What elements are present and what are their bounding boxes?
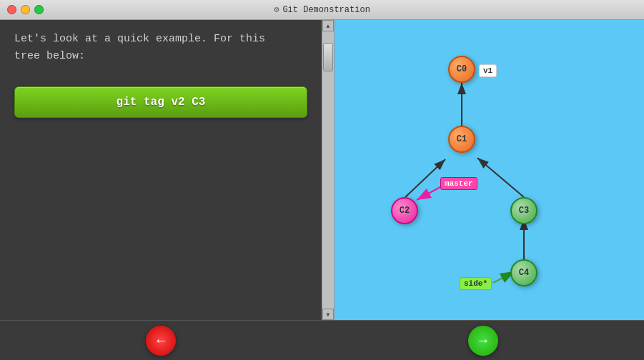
git-label-v1: v1 bbox=[479, 64, 497, 77]
forward-button[interactable]: → bbox=[468, 326, 498, 356]
left-panel: Let's look at a quick example. For this … bbox=[0, 20, 322, 320]
svg-line-5 bbox=[477, 158, 524, 197]
description-text: Let's look at a quick example. For this … bbox=[14, 31, 307, 65]
scroll-up-arrow[interactable]: ▲ bbox=[322, 20, 334, 31]
right-panel: C0 v1 C1 master C2 C3 C4 side* bbox=[335, 20, 644, 320]
scroll-thumb[interactable] bbox=[323, 43, 333, 71]
window-controls bbox=[7, 5, 44, 14]
main-content: Let's look at a quick example. For this … bbox=[0, 20, 644, 320]
svg-line-4 bbox=[405, 159, 445, 197]
close-button[interactable] bbox=[7, 5, 16, 14]
git-node-c2: C2 bbox=[391, 197, 418, 224]
command-button[interactable]: git tag v2 C3 bbox=[14, 86, 307, 118]
git-node-c0: C0 bbox=[448, 56, 475, 83]
window-title: ⚙ Git Demonstration bbox=[274, 4, 370, 15]
title-bar: ⚙ Git Demonstration bbox=[0, 0, 644, 20]
git-canvas: C0 v1 C1 master C2 C3 C4 side* bbox=[335, 20, 644, 320]
git-node-c4: C4 bbox=[510, 259, 538, 286]
git-node-c3: C3 bbox=[510, 197, 538, 224]
back-button[interactable]: ← bbox=[146, 326, 176, 356]
scrollbar: ▲ ▼ bbox=[322, 20, 335, 320]
git-label-master: master bbox=[440, 177, 477, 190]
minimize-button[interactable] bbox=[21, 5, 30, 14]
gear-icon: ⚙ bbox=[274, 4, 279, 15]
bottom-bar: ← → bbox=[0, 320, 644, 360]
git-label-side: side* bbox=[460, 277, 492, 290]
scroll-down-arrow[interactable]: ▼ bbox=[322, 309, 334, 320]
maximize-button[interactable] bbox=[34, 5, 44, 14]
git-node-c1: C1 bbox=[448, 126, 475, 153]
